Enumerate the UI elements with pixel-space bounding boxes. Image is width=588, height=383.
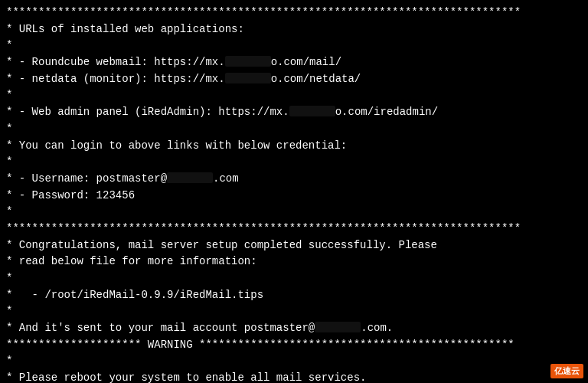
redacted-3 xyxy=(289,106,335,116)
username-line: * - Username: postmaster@ .com xyxy=(6,171,582,188)
login-info-line: * You can login to above links with belo… xyxy=(6,138,582,155)
blank-line-7: * xyxy=(6,303,582,320)
stars-line-2: ****************************************… xyxy=(6,221,582,237)
blank-line-1: * xyxy=(6,38,582,54)
blank-line-2: * xyxy=(6,87,582,104)
blank-line-4: * xyxy=(6,154,582,171)
tips-file-line: * - /root/iRedMail-0.9.9/iRedMail.tips xyxy=(6,287,582,304)
redacted-5 xyxy=(315,322,361,332)
blank-line-8: * xyxy=(6,353,582,370)
roundcube-line: * - Roundcube webmail: https://mx. o.com… xyxy=(6,54,582,71)
stars-line-1: ****************************************… xyxy=(6,5,582,21)
netdata-line: * - netdata (monitor): https://mx. o.com… xyxy=(6,71,582,88)
warning-line: ********************* WARNING **********… xyxy=(6,337,582,354)
redacted-2 xyxy=(225,73,271,83)
urls-header-line: * URLs of installed web applications: xyxy=(6,21,582,38)
congrats-line: * Congratulations, mail server setup com… xyxy=(6,237,582,254)
blank-line-6: * xyxy=(6,270,582,287)
redacted-1 xyxy=(225,56,271,67)
terminal: ****************************************… xyxy=(0,0,588,383)
read-below-line: * read below file for more information: xyxy=(6,254,582,270)
sent-to-line: * And it's sent to your mail account pos… xyxy=(6,320,582,337)
watermark-brand: 亿速云 xyxy=(550,364,583,378)
blank-line-5: * xyxy=(6,204,582,221)
watermark: 亿速云 xyxy=(550,364,583,378)
password-line: * - Password: 123456 xyxy=(6,188,582,205)
redacted-4 xyxy=(167,172,213,183)
please-reboot-line: * Please reboot your system to enable al… xyxy=(6,370,582,383)
webadmin-line: * - Web admin panel (iRedAdmin): https:/… xyxy=(6,104,582,121)
blank-line-3: * xyxy=(6,121,582,138)
